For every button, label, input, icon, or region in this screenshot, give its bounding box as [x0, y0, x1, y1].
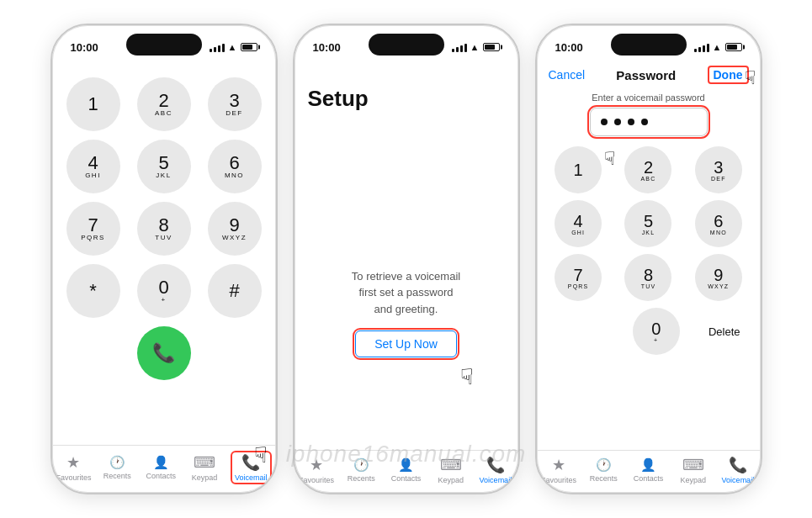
pw-key-3[interactable]: 3DEF	[695, 146, 742, 193]
phone-1: 10:00 ▲ 1 2ABC 3DEF 4GHI 5JKL 6MNO 7P	[50, 24, 278, 494]
recents-icon-3: 🕐	[596, 457, 612, 473]
tab-voicemail-2[interactable]: 📞 Voicemail	[478, 456, 513, 484]
pw-key-8[interactable]: 8TUV	[624, 254, 671, 301]
dialer-key-6[interactable]: 6MNO	[208, 140, 262, 193]
password-input-box[interactable]	[590, 108, 708, 136]
dialer-key-hash[interactable]: #	[208, 264, 262, 318]
tab-recents-2[interactable]: 🕐 Recents	[343, 457, 379, 483]
pw-dot-2	[614, 119, 621, 125]
pw-key-6[interactable]: 6MNO	[695, 200, 742, 247]
tab-contacts-3[interactable]: 👤 Contacts	[631, 457, 666, 483]
tab-favourites-2[interactable]: ★ Favourites	[299, 456, 334, 484]
tab-label-vm-2: Voicemail	[480, 476, 512, 484]
status-icons-1: ▲	[210, 42, 257, 52]
setup-screen: Setup To retrieve a voicemailfirst set a…	[295, 62, 518, 450]
pw-empty-space	[557, 308, 604, 355]
status-time-3: 10:00	[555, 41, 583, 54]
cancel-button[interactable]: Cancel	[549, 68, 586, 82]
password-title: Password	[616, 68, 676, 82]
favourites-icon-1: ★	[66, 453, 80, 472]
status-time-1: 10:00	[71, 41, 98, 54]
tab-keypad-1[interactable]: ⌨ Keypad	[187, 453, 222, 482]
pw-key-0[interactable]: 0+	[633, 308, 680, 355]
call-button[interactable]: 📞	[137, 326, 191, 380]
tab-keypad-2[interactable]: ⌨ Keypad	[433, 456, 469, 484]
tab-label-fav-3: Favourites	[541, 476, 576, 484]
tab-label-key-1: Keypad	[192, 473, 218, 482]
password-screen: Cancel Password Done Enter a voicemail p…	[537, 62, 761, 450]
dialer-key-5[interactable]: 5JKL	[137, 140, 191, 193]
voicemail-icon-2: 📞	[486, 456, 505, 474]
dialer-key-1[interactable]: 1	[66, 77, 120, 131]
recents-icon-2: 🕐	[353, 457, 369, 473]
delete-button[interactable]: Delete	[709, 325, 740, 338]
tab-bar-2: ★ Favourites 🕐 Recents 👤 Contacts ⌨ Keyp…	[295, 450, 518, 493]
tab-favourites-3[interactable]: ★ Favourites	[541, 456, 576, 484]
dialer-key-2[interactable]: 2ABC	[137, 77, 191, 131]
tab-label-rec-1: Recents	[103, 472, 131, 480]
wifi-icon-1: ▲	[228, 42, 237, 52]
tab-bar-1: ★ Favourites 🕐 Recents 👤 Contacts ⌨ Keyp…	[52, 445, 276, 493]
favourites-icon-2: ★	[310, 456, 323, 474]
phone-content-3: Cancel Password Done Enter a voicemail p…	[537, 62, 761, 493]
tab-recents-1[interactable]: 🕐 Recents	[99, 455, 135, 480]
tab-contacts-2[interactable]: 👤 Contacts	[389, 457, 424, 483]
pw-key-4[interactable]: 4GHI	[555, 200, 602, 247]
tab-label-vm-3: Voicemail	[722, 476, 755, 484]
contacts-icon-2: 👤	[398, 457, 414, 473]
keypad-icon-2: ⌨	[440, 456, 462, 474]
pw-key-2[interactable]: 2ABC	[624, 146, 671, 193]
tab-favourites-1[interactable]: ★ Favourites	[56, 453, 91, 482]
tab-label-fav-1: Favourites	[56, 473, 91, 482]
phone-2: 10:00 ▲ Setup To retrieve a voicemailfir…	[293, 24, 520, 494]
dialer-keypad: 1 2ABC 3DEF 4GHI 5JKL 6MNO 7PQRS 8TUV 9W…	[62, 77, 266, 318]
dialer-key-3[interactable]: 3DEF	[208, 77, 262, 131]
password-input-row: ☟	[537, 108, 761, 136]
tab-keypad-3[interactable]: ⌨ Keypad	[676, 456, 711, 484]
dynamic-island-2	[369, 34, 444, 56]
tab-label-fav-2: Favourites	[299, 476, 334, 484]
pw-key-7[interactable]: 7PQRS	[555, 254, 602, 301]
dynamic-island-1	[126, 34, 202, 56]
status-icons-3: ▲	[694, 42, 742, 52]
setup-now-button[interactable]: Set Up Now	[355, 330, 457, 357]
dialer-key-4[interactable]: 4GHI	[66, 140, 120, 193]
dialer-key-0[interactable]: 0+	[137, 264, 191, 318]
phone-3: 10:00 ▲ Cancel Password Done Enter a voi…	[535, 24, 762, 494]
tab-bar-3: ★ Favourites 🕐 Recents 👤 Contacts ⌨ Keyp…	[537, 450, 761, 493]
pw-dot-1	[601, 119, 608, 125]
tab-label-key-2: Keypad	[438, 476, 464, 484]
pw-dot-3	[628, 119, 634, 125]
done-button[interactable]: Done	[708, 66, 749, 84]
tab-voicemail-1[interactable]: 📞 Voicemail	[231, 451, 272, 484]
tab-contacts-1[interactable]: 👤 Contacts	[143, 455, 178, 480]
dialer-key-7[interactable]: 7PQRS	[66, 202, 120, 256]
dialer-key-star[interactable]: *	[66, 264, 120, 318]
dialer-key-8[interactable]: 8TUV	[137, 202, 191, 256]
status-icons-2: ▲	[452, 42, 500, 52]
signal-icon-2	[452, 42, 467, 52]
tab-label-con-1: Contacts	[146, 472, 176, 480]
status-time-2: 10:00	[313, 41, 341, 54]
pw-key-1[interactable]: 1	[555, 146, 602, 193]
setup-title: Setup	[308, 86, 369, 112]
pw-dot-4	[641, 119, 648, 125]
phone-content-1: 1 2ABC 3DEF 4GHI 5JKL 6MNO 7PQRS 8TUV 9W…	[52, 62, 276, 493]
tab-label-con-2: Contacts	[391, 474, 422, 483]
favourites-icon-3: ★	[552, 456, 565, 474]
signal-icon-3	[694, 42, 709, 52]
wifi-icon-3: ▲	[713, 42, 722, 52]
tab-label-rec-2: Recents	[348, 474, 375, 483]
battery-icon-1	[241, 43, 257, 51]
tab-label-rec-3: Recents	[590, 474, 618, 483]
tab-voicemail-3[interactable]: 📞 Voicemail	[720, 456, 756, 484]
dialer-key-9[interactable]: 9WXYZ	[208, 202, 262, 256]
tab-recents-3[interactable]: 🕐 Recents	[586, 457, 621, 483]
battery-icon-2	[483, 43, 500, 51]
dynamic-island-3	[611, 34, 687, 56]
password-keypad: 1 2ABC 3DEF 4GHI 5JKL 6MNO 7PQRS 8TUV 9W…	[537, 146, 761, 301]
dialer-screen: 1 2ABC 3DEF 4GHI 5JKL 6MNO 7PQRS 8TUV 9W…	[52, 62, 276, 445]
pw-key-9[interactable]: 9WXYZ	[695, 254, 742, 301]
pw-key-5[interactable]: 5JKL	[624, 200, 671, 247]
signal-icon-1	[210, 42, 225, 52]
